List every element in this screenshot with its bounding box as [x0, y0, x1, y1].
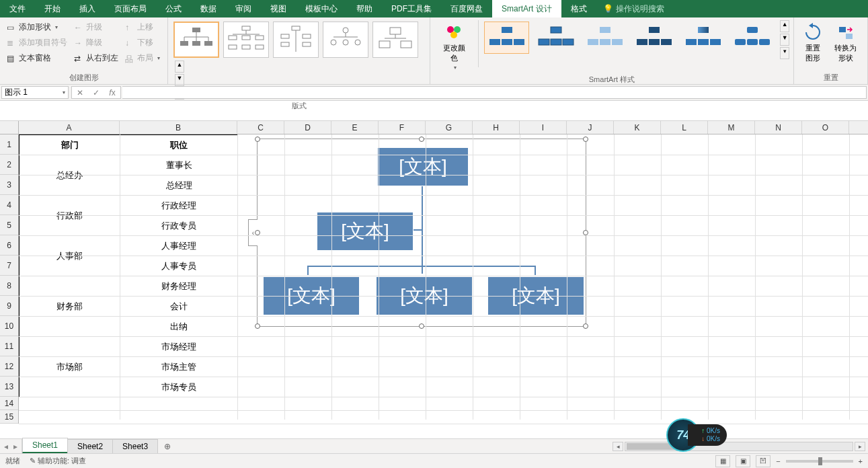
- tab-pdf[interactable]: PDF工具集: [382, 0, 441, 17]
- col-header-M[interactable]: M: [708, 121, 755, 134]
- col-header-E[interactable]: E: [331, 121, 379, 134]
- layout-option-4[interactable]: [323, 22, 368, 58]
- style-option-1[interactable]: [484, 22, 529, 54]
- col-header-O[interactable]: O: [802, 121, 849, 134]
- row-header-5[interactable]: 5: [0, 215, 18, 235]
- tab-smartart-design[interactable]: SmartArt 设计: [492, 0, 561, 17]
- col-header-K[interactable]: K: [614, 121, 661, 134]
- tab-baidu[interactable]: 百度网盘: [441, 0, 492, 17]
- hscroll-track[interactable]: [625, 442, 853, 451]
- tell-me-search[interactable]: 💡 操作说明搜索: [596, 3, 671, 15]
- row-header-12[interactable]: 12: [0, 356, 18, 377]
- zoom-slider[interactable]: [786, 460, 853, 463]
- tab-review[interactable]: 审阅: [226, 0, 261, 17]
- svg-rect-49: [612, 39, 623, 45]
- style-option-2[interactable]: [533, 22, 578, 54]
- sheet-tab-1[interactable]: Sheet1: [22, 438, 68, 453]
- col-header-J[interactable]: J: [567, 121, 614, 134]
- row-header-2[interactable]: 2: [0, 155, 18, 175]
- add-bullet-button: ≣添加项目符号: [4, 36, 70, 50]
- tab-view[interactable]: 视图: [261, 0, 296, 17]
- tab-help[interactable]: 帮助: [347, 0, 382, 17]
- style-scroll-up[interactable]: ▲: [780, 20, 789, 32]
- col-header-D[interactable]: D: [284, 121, 331, 134]
- tell-me-label: 操作说明搜索: [616, 3, 664, 15]
- add-shape-button[interactable]: ▭添加形状▾: [4, 20, 70, 34]
- layout-option-2[interactable]: [223, 22, 269, 58]
- select-all-corner[interactable]: [0, 121, 19, 134]
- ribbon-group-styles: 更改颜色▾ ▲ ▼ ▾ SmartArt 样式: [430, 17, 794, 84]
- tab-file[interactable]: 文件: [0, 0, 35, 17]
- row-header-6[interactable]: 6: [0, 235, 18, 256]
- style-option-5[interactable]: [680, 22, 725, 54]
- col-header-C[interactable]: C: [237, 121, 284, 134]
- style-option-4[interactable]: [631, 22, 676, 54]
- smartart-object[interactable]: ‹ [文本] [文本] [文本] [文本] [文本]: [257, 139, 586, 327]
- add-sheet-button[interactable]: ⊕: [157, 439, 177, 453]
- col-header-B[interactable]: B: [120, 121, 237, 134]
- sheet-nav[interactable]: ◂▸: [0, 439, 22, 453]
- cells-area[interactable]: 部门职位总经办董事长总经理行政部行政经理行政专员人事部人事经理人事专员财务部财务…: [19, 134, 868, 420]
- cancel-formula-button[interactable]: ✕: [72, 88, 88, 98]
- view-normal-button[interactable]: ▦: [715, 455, 730, 467]
- svg-point-29: [355, 40, 360, 45]
- fx-button[interactable]: fx: [104, 88, 120, 98]
- gallery-scroll-down[interactable]: ▼: [175, 74, 184, 86]
- row-header-15[interactable]: 15: [0, 410, 18, 424]
- change-colors-button[interactable]: 更改颜色▾: [434, 20, 474, 73]
- smartart-node-1[interactable]: [文本]: [377, 147, 469, 186]
- network-speed-widget[interactable]: 74 ↑ 0K/s ↓ 0K/s: [666, 418, 727, 452]
- row-header-10[interactable]: 10: [0, 316, 18, 336]
- bullet-icon: ≣: [7, 38, 16, 48]
- layout-option-1[interactable]: [173, 22, 219, 58]
- row-header-9[interactable]: 9: [0, 296, 18, 316]
- layout-option-5[interactable]: [372, 22, 418, 58]
- view-break-button[interactable]: 凹: [756, 455, 771, 467]
- col-header-A[interactable]: A: [19, 121, 120, 134]
- accept-formula-button[interactable]: ✓: [88, 88, 104, 98]
- col-header-L[interactable]: L: [661, 121, 708, 134]
- sheet-tab-3[interactable]: Sheet3: [112, 439, 158, 453]
- col-header-N[interactable]: N: [755, 121, 802, 134]
- tab-format[interactable]: 格式: [561, 0, 596, 17]
- view-page-button[interactable]: ▣: [736, 455, 750, 467]
- zoom-out-button[interactable]: −: [776, 457, 780, 465]
- tab-data[interactable]: 数据: [191, 0, 226, 17]
- tab-templates[interactable]: 模板中心: [296, 0, 347, 17]
- rtl-button[interactable]: ⇄从右到左: [71, 51, 121, 65]
- row-header-3[interactable]: 3: [0, 175, 18, 195]
- text-pane-button[interactable]: ▤文本窗格: [4, 51, 70, 65]
- style-option-3[interactable]: [582, 22, 627, 54]
- sheet-tab-2[interactable]: Sheet2: [67, 439, 113, 453]
- tab-insert[interactable]: 插入: [70, 0, 105, 17]
- row-header-11[interactable]: 11: [0, 336, 18, 356]
- row-header-14[interactable]: 14: [0, 397, 18, 410]
- style-scroll-down[interactable]: ▼: [780, 34, 789, 46]
- gallery-scroll-up[interactable]: ▲: [175, 61, 184, 73]
- col-header-I[interactable]: I: [520, 121, 567, 134]
- style-more[interactable]: ▾: [780, 47, 789, 59]
- row-header-1[interactable]: 1: [0, 134, 18, 155]
- hscroll-left[interactable]: ◂: [613, 442, 623, 451]
- status-a11y[interactable]: ✎ 辅助功能: 调查: [30, 456, 86, 466]
- col-header-F[interactable]: F: [379, 121, 426, 134]
- name-box-dropdown-icon[interactable]: ▾: [63, 89, 65, 95]
- zoom-in-button[interactable]: +: [859, 457, 863, 465]
- style-option-6[interactable]: [729, 22, 775, 54]
- col-header-G[interactable]: G: [426, 121, 473, 134]
- row-header-8[interactable]: 8: [0, 276, 18, 296]
- row-header-4[interactable]: 4: [0, 195, 18, 215]
- col-header-H[interactable]: H: [473, 121, 520, 134]
- name-box[interactable]: 图示 1 ▾: [1, 86, 69, 99]
- tab-formulas[interactable]: 公式: [156, 0, 191, 17]
- reset-graphic-button[interactable]: 重置 图形: [798, 20, 828, 66]
- worksheet-grid[interactable]: ABCDEFGHIJKLMNO 123456789101112131415 部门…: [0, 121, 868, 420]
- hscroll-right[interactable]: ▸: [855, 442, 865, 451]
- tab-home[interactable]: 开始: [35, 0, 70, 17]
- row-header-13[interactable]: 13: [0, 377, 18, 397]
- layout-option-3[interactable]: [273, 22, 319, 58]
- convert-button[interactable]: 转换为 形状: [829, 20, 862, 66]
- row-header-7[interactable]: 7: [0, 256, 18, 276]
- formula-input[interactable]: [122, 86, 867, 99]
- tab-page-layout[interactable]: 页面布局: [105, 0, 156, 17]
